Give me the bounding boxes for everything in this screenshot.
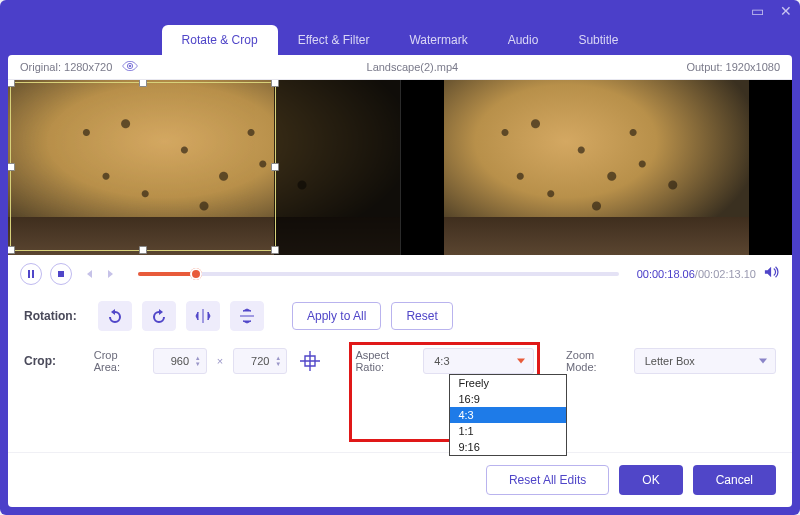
panel: Original: 1280x720 Landscape(2).mp4 Outp… [8, 55, 792, 507]
crop-handle-sw[interactable] [8, 246, 15, 254]
pause-button[interactable] [20, 263, 42, 285]
aspect-option-freely[interactable]: Freely [450, 375, 566, 391]
crop-handle-nw[interactable] [8, 80, 15, 87]
titlebar: ▭ ✕ [0, 0, 800, 22]
crop-row: Crop: Crop Area: 960 ▲▼ × 720 ▲▼ Aspect … [8, 339, 792, 383]
rotation-row: Rotation: Apply to All Reset [8, 293, 792, 339]
aspect-option-16-9[interactable]: 16:9 [450, 391, 566, 407]
aspect-ratio-dropdown: Freely 16:9 4:3 1:1 9:16 [449, 374, 567, 456]
preview-row [8, 80, 792, 255]
ok-button[interactable]: OK [619, 465, 682, 495]
crop-handle-ne[interactable] [271, 80, 279, 87]
time-current: 00:00:18.06 [637, 268, 695, 280]
crop-handle-e[interactable] [271, 163, 279, 171]
svg-rect-1 [58, 271, 64, 277]
rotate-left-button[interactable] [98, 301, 132, 331]
aspect-option-1-1[interactable]: 1:1 [450, 423, 566, 439]
aspect-ratio-label: Aspect Ratio: [355, 349, 415, 373]
crop-handle-n[interactable] [139, 80, 147, 87]
aspect-option-9-16[interactable]: 9:16 [450, 439, 566, 455]
tab-watermark[interactable]: Watermark [389, 25, 487, 55]
tab-audio[interactable]: Audio [488, 25, 559, 55]
aspect-ratio-select[interactable]: 4:3 [423, 348, 534, 374]
flip-vertical-button[interactable] [230, 301, 264, 331]
crop-handle-se[interactable] [271, 246, 279, 254]
aspect-option-4-3[interactable]: 4:3 [450, 407, 566, 423]
original-dimensions: Original: 1280x720 [20, 61, 112, 73]
stop-button[interactable] [50, 263, 72, 285]
tab-subtitle[interactable]: Subtitle [558, 25, 638, 55]
crop-handle-s[interactable] [139, 246, 147, 254]
close-icon[interactable]: ✕ [780, 4, 792, 18]
tab-rotate-crop[interactable]: Rotate & Crop [162, 25, 278, 55]
zoom-mode-select[interactable]: Letter Box [634, 348, 776, 374]
tab-effect-filter[interactable]: Effect & Filter [278, 25, 390, 55]
cancel-button[interactable]: Cancel [693, 465, 776, 495]
prev-frame-button[interactable] [80, 266, 96, 282]
rotate-right-button[interactable] [142, 301, 176, 331]
caret-down-icon [759, 359, 767, 364]
flip-horizontal-button[interactable] [186, 301, 220, 331]
next-frame-button[interactable] [104, 266, 120, 282]
output-dimensions: Output: 1920x1080 [686, 61, 780, 73]
apply-to-all-button[interactable]: Apply to All [292, 302, 381, 330]
time-display: 00:00:18.06/00:02:13.10 [637, 268, 756, 280]
playback-controls: 00:00:18.06/00:02:13.10 [8, 255, 792, 293]
time-total: 00:02:13.10 [698, 268, 756, 280]
crop-handle-w[interactable] [8, 163, 15, 171]
crop-label: Crop: [24, 354, 84, 368]
footer: Reset All Edits OK Cancel [8, 452, 792, 507]
seek-bar[interactable] [138, 272, 619, 276]
zoom-mode-label: Zoom Mode: [566, 349, 624, 373]
volume-icon[interactable] [764, 265, 780, 283]
height-down[interactable]: ▼ [275, 361, 285, 367]
caret-down-icon [517, 359, 525, 364]
rotation-label: Rotation: [24, 309, 88, 323]
crop-rectangle[interactable] [10, 82, 276, 251]
width-down[interactable]: ▼ [195, 361, 205, 367]
crop-area-label: Crop Area: [94, 349, 143, 373]
reset-all-edits-button[interactable]: Reset All Edits [486, 465, 609, 495]
seek-thumb[interactable] [190, 268, 202, 280]
preview-output [400, 80, 793, 255]
preview-original[interactable] [8, 80, 400, 255]
tabbar: Rotate & Crop Effect & Filter Watermark … [0, 21, 800, 55]
infobar: Original: 1280x720 Landscape(2).mp4 Outp… [8, 55, 792, 80]
crop-center-icon[interactable] [297, 347, 323, 375]
reset-rotation-button[interactable]: Reset [391, 302, 452, 330]
filename: Landscape(2).mp4 [138, 61, 686, 73]
crop-overlay[interactable] [8, 80, 400, 255]
maximize-icon[interactable]: ▭ [751, 4, 764, 18]
svg-point-0 [129, 65, 132, 68]
multiply-icon: × [217, 355, 223, 367]
app-window: ▭ ✕ Rotate & Crop Effect & Filter Waterm… [0, 0, 800, 515]
eye-icon[interactable] [122, 61, 138, 73]
